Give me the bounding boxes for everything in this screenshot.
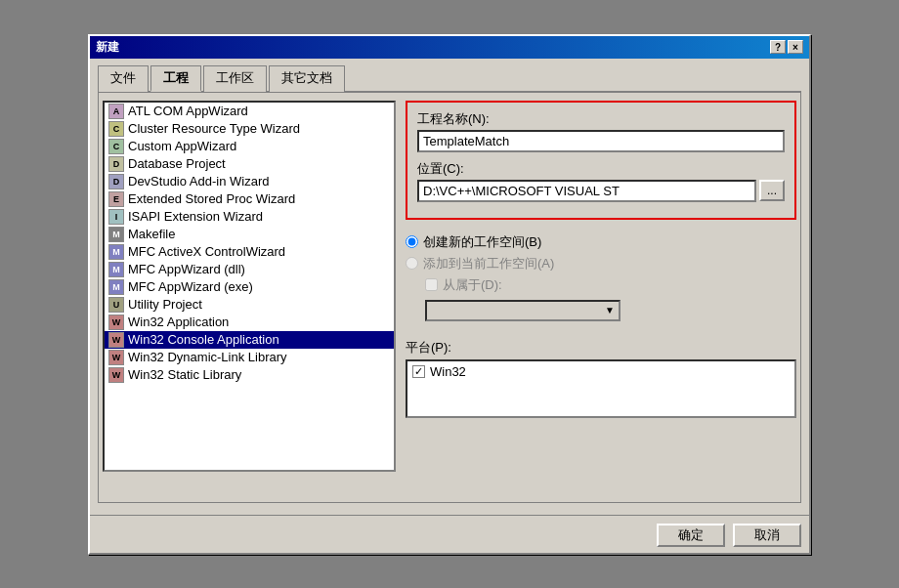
mfc-icon: M (108, 279, 124, 295)
list-item-label: ISAPI Extension Wizard (128, 209, 263, 224)
utility-icon: U (108, 297, 124, 313)
title-bar: 新建 ? × (90, 36, 809, 59)
list-item[interactable]: WWin32 Application (105, 314, 394, 331)
list-item-label: MFC ActiveX ControlWizard (128, 244, 285, 259)
list-item-label: Cluster Resource Type Wizard (128, 121, 300, 136)
win32dll-icon: W (108, 350, 124, 365)
list-item-label: MFC AppWizard (exe) (128, 279, 253, 294)
database-icon: D (108, 156, 124, 172)
list-item-label: DevStudio Add-in Wizard (128, 174, 270, 189)
mfc-icon: M (108, 244, 124, 260)
isapi-icon: I (108, 209, 124, 225)
custom-icon: C (108, 139, 124, 154)
list-item[interactable]: MMFC AppWizard (dll) (105, 261, 394, 278)
cluster-icon: C (108, 121, 124, 137)
list-item-label: Win32 Static Library (128, 367, 241, 382)
list-item-label: ATL COM AppWizard (128, 104, 248, 118)
path-row: ... (417, 180, 785, 202)
win32-icon: W (108, 332, 124, 348)
close-button[interactable]: × (788, 40, 803, 54)
dialog-body: 文件 工程 工作区 其它文档 AATL COM AppWizardCCluste… (90, 59, 809, 511)
dependency-dropdown: ▼ (425, 300, 621, 321)
list-item[interactable]: MMFC AppWizard (exe) (105, 278, 394, 296)
list-item[interactable]: CCluster Resource Type Wizard (105, 120, 394, 138)
dropdown-arrow-icon: ▼ (605, 305, 615, 315)
atl-icon: A (108, 104, 124, 119)
list-item[interactable]: MMakefile (105, 226, 394, 243)
list-item-label: Makefile (128, 227, 175, 241)
checkbox-row: 从属于(D): (406, 276, 796, 294)
win32-label: Win32 (430, 364, 466, 379)
dialog-title: 新建 (96, 39, 119, 56)
radio-section: 创建新的工作空间(B) 添加到当前工作空间(A) 从属于(D): ▼ (406, 230, 796, 325)
list-item[interactable]: WWin32 Console Application (105, 331, 394, 349)
win32-checkbox[interactable]: ✓ (412, 365, 425, 378)
radio-create-workspace[interactable]: 创建新的工作空间(B) (406, 233, 796, 251)
tab-workspace[interactable]: 工作区 (203, 65, 267, 92)
radio-add-workspace: 添加到当前工作空间(A) (406, 255, 796, 273)
platform-label: 平台(P): (406, 339, 796, 357)
list-item-label: Win32 Dynamic-Link Library (128, 350, 287, 364)
right-panel: 工程名称(N): 位置(C): ... 创建新 (406, 101, 796, 498)
ok-button[interactable]: 确定 (657, 524, 725, 547)
win32static-icon: W (108, 367, 124, 383)
dependency-checkbox (425, 278, 438, 291)
dropdown-row: ▼ (406, 300, 796, 321)
mfc-icon: M (108, 262, 124, 277)
list-item-label: Extended Stored Proc Wizard (128, 191, 295, 206)
list-item-label: Win32 Console Application (128, 332, 279, 347)
tab-file[interactable]: 文件 (98, 65, 149, 92)
radio-create-workspace-label: 创建新的工作空间(B) (423, 233, 541, 251)
list-item-label: Utility Project (128, 297, 202, 312)
list-item[interactable]: MMFC ActiveX ControlWizard (105, 243, 394, 261)
location-label: 位置(C): (417, 160, 785, 178)
tab-bar: 文件 工程 工作区 其它文档 (98, 64, 801, 93)
location-group: 位置(C): ... (417, 160, 785, 202)
extended-icon: E (108, 191, 124, 207)
platform-item-win32: ✓ Win32 (412, 364, 790, 379)
tab-project[interactable]: 工程 (150, 65, 201, 92)
list-item[interactable]: DDatabase Project (105, 155, 394, 173)
cancel-button[interactable]: 取消 (733, 524, 801, 547)
project-info-section: 工程名称(N): 位置(C): ... (406, 101, 796, 220)
platform-section: 平台(P): ✓ Win32 (406, 339, 796, 418)
list-item-label: MFC AppWizard (dll) (128, 262, 245, 276)
list-item[interactable]: AATL COM AppWizard (105, 103, 394, 120)
list-item[interactable]: DDevStudio Add-in Wizard (105, 173, 394, 190)
project-name-label: 工程名称(N): (417, 110, 785, 128)
radio-add-workspace-input (406, 257, 418, 270)
new-project-dialog: 新建 ? × 文件 工程 工作区 其它文档 AATL COM AppWizard… (88, 34, 811, 555)
list-item[interactable]: CCustom AppWizard (105, 138, 394, 155)
help-button[interactable]: ? (770, 40, 786, 54)
radio-add-workspace-label: 添加到当前工作空间(A) (423, 255, 554, 273)
tab-other-docs[interactable]: 其它文档 (269, 65, 345, 92)
project-name-group: 工程名称(N): (417, 110, 785, 152)
browse-button[interactable]: ... (759, 180, 785, 201)
list-item-label: Database Project (128, 156, 226, 171)
content-area: AATL COM AppWizardCCluster Resource Type… (98, 93, 801, 503)
dialog-footer: 确定 取消 (90, 515, 809, 553)
dependency-label: 从属于(D): (443, 276, 502, 294)
title-bar-buttons: ? × (770, 40, 803, 54)
list-item[interactable]: EExtended Stored Proc Wizard (105, 190, 394, 208)
list-item-label: Custom AppWizard (128, 139, 236, 153)
list-item[interactable]: WWin32 Static Library (105, 366, 394, 384)
project-name-input[interactable] (417, 130, 785, 152)
makefile-icon: M (108, 227, 124, 242)
project-list: AATL COM AppWizardCCluster Resource Type… (105, 103, 394, 384)
list-item[interactable]: UUtility Project (105, 296, 394, 314)
platform-list: ✓ Win32 (406, 359, 796, 418)
project-list-container[interactable]: AATL COM AppWizardCCluster Resource Type… (103, 101, 396, 472)
devstudio-icon: D (108, 174, 124, 189)
location-input[interactable] (417, 180, 756, 202)
radio-create-workspace-input[interactable] (406, 235, 418, 248)
list-item[interactable]: WWin32 Dynamic-Link Library (105, 349, 394, 366)
win32-icon: W (108, 315, 124, 330)
list-item[interactable]: IISAPI Extension Wizard (105, 208, 394, 226)
list-item-label: Win32 Application (128, 315, 229, 329)
